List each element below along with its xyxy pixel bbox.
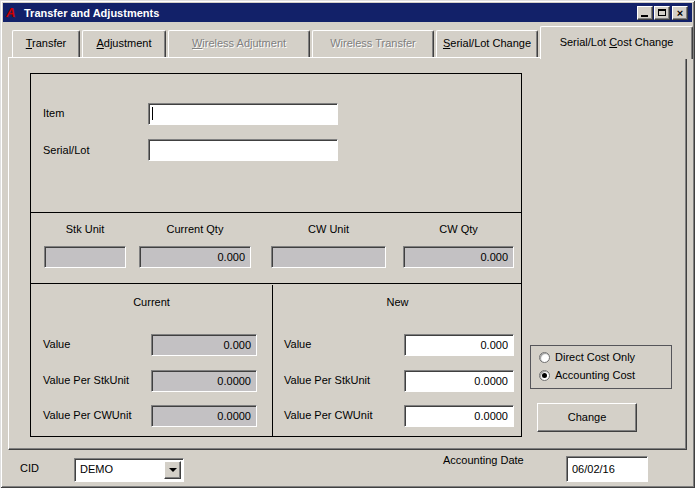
chevron-down-icon — [169, 468, 177, 472]
cid-dropdown-button[interactable] — [164, 461, 181, 479]
item-label: Item — [43, 107, 64, 119]
new-values-column: New Value Value Per StkUnit Value Per CW… — [274, 285, 521, 436]
item-input[interactable] — [148, 103, 338, 125]
current-title: Current — [31, 296, 272, 308]
accounting-cost-label: Accounting Cost — [555, 369, 635, 381]
window-title: Transfer and Adjustments — [24, 7, 637, 19]
new-value-per-cwunit-label: Value Per CWUnit — [284, 409, 372, 421]
radio-icon — [539, 352, 550, 363]
current-value-label: Value — [43, 338, 70, 350]
app-icon: A — [6, 6, 20, 20]
tab-transfer[interactable]: Transfer — [12, 30, 80, 57]
radio-icon — [539, 370, 550, 381]
maximize-button[interactable] — [654, 6, 670, 20]
current-value-per-stkunit-field: 0.0000 — [151, 370, 257, 392]
direct-cost-only-label: Direct Cost Only — [555, 351, 635, 363]
new-value-per-stkunit-label: Value Per StkUnit — [284, 374, 370, 386]
tab-serial-lot-cost-change[interactable]: Serial/Lot Cost Change — [540, 26, 693, 59]
current-value-per-stkunit-label: Value Per StkUnit — [43, 374, 129, 386]
values-section: Current Value 0.000 Value Per StkUnit 0.… — [31, 285, 521, 436]
new-value-input[interactable] — [404, 334, 514, 356]
cw-unit-header: CW Unit — [271, 223, 386, 235]
new-title: New — [274, 296, 521, 308]
units-section: Stk Unit Current Qty CW Unit CW Qty 0.00… — [31, 213, 521, 284]
new-value-label: Value — [284, 338, 311, 350]
new-value-per-cwunit-input[interactable] — [404, 405, 514, 427]
cw-unit-field — [271, 246, 386, 268]
current-values-column: Current Value 0.000 Value Per StkUnit 0.… — [31, 285, 273, 436]
serial-lot-label: Serial/Lot — [43, 144, 89, 156]
current-value-per-cwunit-field: 0.0000 — [151, 405, 257, 427]
cid-label: CID — [20, 462, 39, 474]
current-qty-field: 0.000 — [139, 246, 251, 268]
minimize-button[interactable] — [637, 6, 653, 20]
cw-qty-header: CW Qty — [403, 223, 514, 235]
stk-unit-header: Stk Unit — [44, 223, 126, 235]
maximize-icon — [658, 9, 666, 16]
cost-mode-group: Direct Cost Only Accounting Cost — [530, 345, 672, 389]
tab-serial-lot-change[interactable]: Serial/Lot Change — [436, 30, 538, 57]
accounting-date-input[interactable] — [566, 456, 648, 482]
current-value-per-cwunit-label: Value Per CWUnit — [43, 409, 131, 421]
cost-change-form-box: Item Serial/Lot Stk Unit Current Qty CW … — [30, 73, 522, 437]
item-section: Item Serial/Lot — [31, 74, 521, 213]
accounting-cost-radio[interactable]: Accounting Cost — [539, 369, 635, 381]
cid-dropdown[interactable]: DEMO — [74, 458, 184, 482]
accounting-date-label: Accounting Date — [443, 454, 524, 466]
cid-value: DEMO — [80, 463, 113, 475]
current-qty-header: Current Qty — [139, 223, 251, 235]
cw-qty-field: 0.000 — [403, 246, 514, 268]
change-button[interactable]: Change — [537, 403, 637, 432]
close-button[interactable]: × — [672, 6, 688, 20]
serial-lot-input[interactable] — [148, 139, 338, 161]
text-caret — [152, 107, 153, 120]
title-bar[interactable]: A Transfer and Adjustments × — [3, 3, 692, 22]
stk-unit-field — [44, 246, 126, 268]
tab-wireless-transfer: Wireless Transfer — [312, 30, 434, 57]
direct-cost-only-radio[interactable]: Direct Cost Only — [539, 351, 635, 363]
current-value-field: 0.000 — [151, 334, 257, 356]
new-value-per-stkunit-input[interactable] — [404, 370, 514, 392]
close-icon: × — [677, 8, 683, 18]
tab-wireless-adjutment: Wireless Adjutment — [168, 30, 310, 57]
tab-adjustment[interactable]: Adjustment — [82, 30, 166, 57]
transfer-and-adjustments-window: A Transfer and Adjustments × Transfer Ad… — [0, 0, 695, 488]
minimize-icon — [641, 15, 648, 17]
